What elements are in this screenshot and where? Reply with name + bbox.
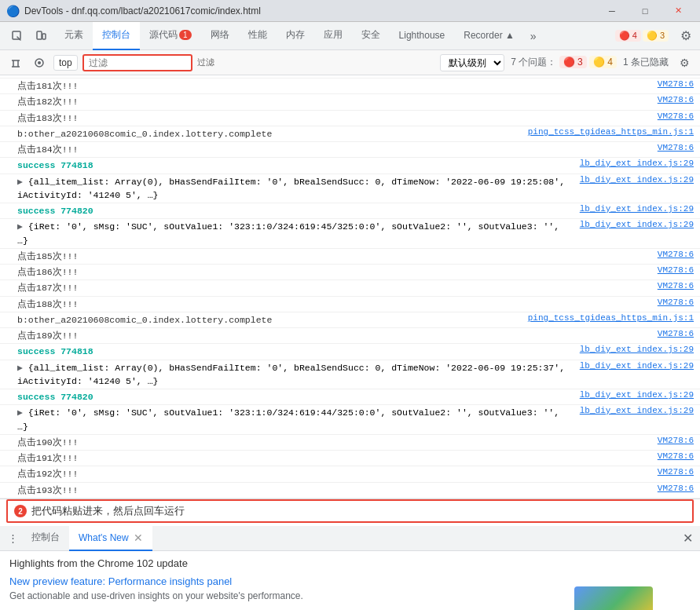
console-row-text: 点击187次!!!	[17, 281, 651, 294]
console-row-link[interactable]: VM278:6	[651, 467, 694, 477]
tab-application[interactable]: 应用	[314, 22, 352, 50]
minimize-button[interactable]: ─	[596, 0, 628, 22]
empty-arrow	[6, 143, 17, 144]
console-row-link[interactable]: lb_diy_ext index.js:29	[574, 361, 694, 371]
console-row-link[interactable]: lb_diy_ext index.js:29	[574, 175, 694, 184]
titlebar: 🔵 DevTools - dnf.qq.com/lbact/a20210617c…	[0, 0, 700, 22]
clear-console-button[interactable]	[6, 53, 25, 72]
console-row-link[interactable]: VM278:6	[651, 451, 694, 461]
console-row-link[interactable]: VM278:6	[651, 298, 694, 307]
feature-link[interactable]: New preview feature: Performance insight…	[9, 575, 691, 587]
expand-arrow[interactable]	[6, 220, 17, 221]
expand-arrow[interactable]	[6, 361, 17, 363]
console-input-row: 2 把代码粘贴进来，然后点回车运行	[6, 499, 694, 523]
svg-rect-3	[42, 34, 46, 39]
empty-arrow	[6, 390, 17, 392]
empty-arrow	[6, 313, 17, 315]
issues-badge[interactable]: 🔴 4 🟡 3	[610, 28, 673, 43]
empty-arrow	[6, 298, 17, 299]
device-icon[interactable]	[30, 25, 52, 47]
maximize-button[interactable]: □	[629, 0, 661, 22]
tab-performance[interactable]: 性能	[239, 22, 277, 50]
table-row: 点击190次!!!VM278:6	[0, 435, 700, 451]
console-row-text: 点击182次!!!	[17, 95, 651, 108]
table-row: success 774818lb_diy_ext index.js:29	[0, 158, 700, 174]
table-row: 点击187次!!!VM278:6	[0, 280, 700, 296]
console-row-link[interactable]: VM278:6	[651, 484, 694, 493]
console-row-text: 点击184次!!!	[17, 143, 651, 156]
table-row: ▶ {iRet: '0', sMsg: 'SUC', sOutValue1: '…	[0, 219, 700, 249]
expand-arrow[interactable]	[6, 175, 17, 177]
table-row: 点击186次!!!VM278:6	[0, 265, 700, 280]
console-row-text: success 774820	[17, 390, 574, 404]
more-tabs-button[interactable]: »	[524, 22, 543, 50]
empty-arrow	[6, 467, 17, 469]
sources-badge: 1	[179, 30, 192, 40]
empty-arrow	[6, 345, 17, 346]
bottom-tab-whatsnew[interactable]: What's New ✕	[69, 526, 152, 551]
tab-security[interactable]: 安全	[352, 22, 390, 50]
console-gear-button[interactable]: ⚙	[675, 53, 694, 72]
log-level-select[interactable]: 默认级别	[440, 54, 504, 71]
console-row-text: ▶ {all_item_list: Array(0), bHasSendFail…	[17, 175, 574, 203]
svg-point-9	[38, 61, 41, 64]
console-row-link[interactable]: lb_diy_ext index.js:29	[574, 345, 694, 354]
bottom-tabs: ⋮ 控制台 What's New ✕ ✕	[0, 526, 700, 551]
svg-rect-2	[37, 31, 42, 39]
console-row-text: success 774818	[17, 159, 574, 172]
close-bottom-panel-button[interactable]: ✕	[678, 529, 697, 548]
console-row-link[interactable]: VM278:6	[651, 265, 694, 275]
table-row: 点击193次!!!VM278:6	[0, 483, 700, 499]
console-row-link[interactable]: ping_tcss_tgideas_https_min.js:1	[522, 127, 694, 137]
console-row-link[interactable]: ping_tcss_tgideas_https_min.js:1	[522, 313, 694, 323]
empty-arrow	[6, 451, 17, 453]
expand-arrow[interactable]	[6, 406, 17, 407]
console-settings-button[interactable]	[30, 53, 49, 72]
console-row-text: 点击185次!!!	[17, 250, 651, 263]
console-row-link[interactable]: VM278:6	[651, 436, 694, 445]
console-hint: 把代码粘贴进来，然后点回车运行	[31, 504, 185, 518]
console-row-text: 点击191次!!!	[17, 451, 651, 465]
console-row-text: 点击188次!!!	[17, 298, 651, 311]
tab-console[interactable]: 控制台	[93, 22, 140, 50]
table-row: ▶ {all_item_list: Array(0), bHasSendFail…	[0, 360, 700, 390]
inspect-icon[interactable]	[6, 25, 28, 47]
table-row: 点击182次!!!VM278:6	[0, 94, 700, 110]
console-row-text: 点击180次!!!	[17, 75, 651, 77]
console-row-link[interactable]: lb_diy_ext index.js:29	[574, 159, 694, 168]
console-row-link[interactable]: VM278:6	[651, 79, 694, 89]
table-row: 点击188次!!!VM278:6	[0, 297, 700, 312]
bottom-tab-console[interactable]: 控制台	[22, 526, 69, 551]
console-row-text: 点击181次!!!	[17, 79, 651, 93]
tab-lighthouse[interactable]: Lighthouse	[390, 22, 455, 50]
console-row-link[interactable]: lb_diy_ext index.js:29	[574, 220, 694, 229]
close-tab-icon[interactable]: ✕	[134, 531, 143, 544]
settings-button[interactable]: ⚙	[675, 25, 697, 47]
console-row-link[interactable]: VM278:6	[651, 329, 694, 338]
tab-recorder[interactable]: Recorder ▲	[454, 22, 524, 50]
close-button[interactable]: ✕	[662, 0, 694, 22]
table-row: 点击191次!!!VM278:6	[0, 451, 700, 466]
console-filter-input[interactable]	[82, 54, 192, 71]
console-row-link[interactable]: lb_diy_ext index.js:29	[574, 406, 694, 415]
tab-sources[interactable]: 源代码 1	[140, 22, 201, 50]
context-selector[interactable]: top	[53, 55, 78, 71]
console-row-link[interactable]: VM278:6	[651, 95, 694, 104]
console-row-text: ▶ {iRet: '0', sMsg: 'SUC', sOutValue1: '…	[17, 406, 574, 433]
console-row-link[interactable]: lb_diy_ext index.js:29	[574, 390, 694, 400]
tab-network[interactable]: 网络	[201, 22, 239, 50]
console-row-link[interactable]: VM278:6	[651, 111, 694, 121]
console-row-link[interactable]: VM278:6	[651, 281, 694, 290]
empty-arrow	[6, 127, 17, 129]
nav-tabs: 元素 控制台 源代码 1 网络 性能 内存 应用 安全 Lighthouse R…	[55, 22, 543, 50]
console-row-link[interactable]: VM278:6	[651, 250, 694, 259]
tab-elements[interactable]: 元素	[55, 22, 93, 50]
table-row: success 774818lb_diy_ext index.js:29	[0, 344, 700, 360]
console-row-link[interactable]: lb_diy_ext index.js:29	[574, 204, 694, 214]
nav-icon-group	[3, 25, 55, 47]
bottom-menu-button[interactable]: ⋮	[3, 529, 22, 548]
console-row-text: 点击183次!!!	[17, 111, 651, 125]
tab-memory[interactable]: 内存	[277, 22, 314, 50]
console-row-link[interactable]: VM278:6	[651, 143, 694, 152]
nav-settings-group: 🔴 4 🟡 3 ⚙	[610, 25, 697, 47]
